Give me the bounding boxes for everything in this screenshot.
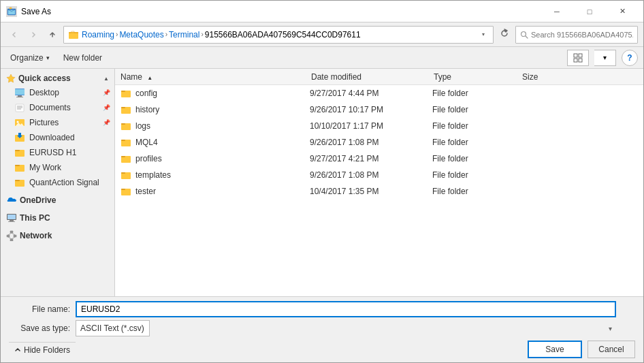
search-bar[interactable]: [515, 26, 638, 44]
svg-rect-43: [121, 91, 125, 92]
svg-rect-1: [8, 10, 15, 14]
svg-rect-49: [121, 140, 125, 141]
table-row[interactable]: MQL4 9/26/2017 1:08 PM File folder: [115, 134, 643, 151]
window-title: Save As: [21, 7, 541, 16]
folder-icon: [120, 88, 131, 99]
svg-rect-34: [10, 231, 13, 233]
file-date: 9/27/2017 4:21 PM: [310, 154, 432, 163]
sidebar-item-pictures[interactable]: Pictures 📌: [1, 115, 114, 130]
savetype-row: Save as type: ASCII Text (*.csv): [9, 320, 635, 336]
svg-rect-14: [18, 95, 22, 97]
filename-input[interactable]: [76, 301, 616, 317]
bottom-bar: File name: Save as type: ASCII Text (*.c…: [1, 296, 643, 362]
file-type: File folder: [432, 170, 521, 180]
documents-pin-icon: 📌: [103, 104, 110, 111]
savetype-wrapper: ASCII Text (*.csv): [76, 320, 616, 336]
file-date: 10/4/2017 1:35 PM: [310, 187, 432, 196]
address-dropdown-button[interactable]: ▾: [478, 27, 489, 42]
svg-rect-47: [121, 123, 125, 125]
forward-button[interactable]: [25, 27, 42, 43]
svg-line-40: [8, 237, 12, 239]
sidebar-item-quantaction-label: QuantAction Signal: [29, 178, 99, 187]
table-row[interactable]: logs 10/10/2017 1:17 PM File folder: [115, 118, 643, 134]
table-row[interactable]: tester 10/4/2017 1:35 PM File folder: [115, 183, 643, 200]
folder-icon: [120, 170, 131, 180]
desktop-pin-icon: 📌: [103, 89, 110, 96]
command-toolbar: Organize ▾ New folder ▾ ?: [1, 47, 643, 69]
quantaction-folder-icon: [14, 177, 25, 188]
save-button[interactable]: Save: [528, 341, 582, 358]
column-size[interactable]: Size: [522, 72, 577, 82]
column-type[interactable]: Type: [434, 72, 522, 82]
new-folder-button[interactable]: New folder: [59, 50, 106, 66]
nav-toolbar: Roaming › MetaQuotes › Terminal › 915566…: [1, 22, 643, 47]
column-name[interactable]: Name ▲: [120, 72, 311, 82]
hide-folders-button[interactable]: Hide Folders: [9, 342, 76, 358]
savetype-select[interactable]: ASCII Text (*.csv): [76, 320, 150, 336]
sidebar-item-documents-label: Documents: [29, 103, 71, 112]
breadcrumb-roaming[interactable]: Roaming: [82, 30, 114, 40]
file-type: File folder: [432, 105, 521, 114]
minimize-button[interactable]: ─: [541, 1, 573, 22]
search-input[interactable]: [531, 31, 633, 39]
sidebar-item-desktop[interactable]: Desktop 📌: [1, 85, 114, 100]
file-list-header: Name ▲ Date modified Type Size: [115, 69, 643, 85]
search-icon: [520, 31, 528, 39]
file-date: 9/26/2017 1:08 PM: [310, 138, 432, 147]
sidebar-item-downloaded[interactable]: Downloaded: [1, 130, 114, 145]
breadcrumb-metaquotes[interactable]: MetaQuotes: [119, 30, 163, 40]
quick-access-icon: [6, 74, 16, 83]
table-row[interactable]: config 9/27/2017 4:44 PM File folder: [115, 85, 643, 101]
quick-access-header[interactable]: Quick access ▲: [1, 72, 114, 85]
documents-icon: [14, 102, 25, 113]
network-header[interactable]: Network: [1, 228, 114, 243]
svg-rect-4: [69, 32, 78, 33]
svg-rect-37: [10, 239, 13, 241]
table-row[interactable]: profiles 9/27/2017 4:21 PM File folder: [115, 151, 643, 167]
network-icon: [6, 230, 17, 241]
view-toggle-button[interactable]: [567, 50, 589, 66]
file-date: 9/26/2017 1:08 PM: [310, 170, 432, 180]
table-row[interactable]: templates 9/26/2017 1:08 PM File folder: [115, 167, 643, 183]
sidebar: Quick access ▲ Desktop 📌: [1, 69, 115, 296]
folder-icon: [120, 104, 131, 115]
onedrive-header[interactable]: OneDrive: [1, 193, 114, 208]
cancel-button[interactable]: Cancel: [587, 341, 635, 358]
svg-rect-10: [579, 59, 582, 62]
folder-icon: [120, 121, 131, 131]
file-date: 9/26/2017 10:17 PM: [310, 105, 432, 114]
file-rows-container: config 9/27/2017 4:44 PM File folder his…: [115, 85, 643, 200]
breadcrumb-current: 915566BA06ADA407569C544CC0D97611: [205, 30, 361, 40]
svg-rect-29: [15, 180, 20, 181]
svg-marker-11: [7, 74, 15, 82]
file-type: File folder: [432, 187, 521, 196]
view-dropdown-button[interactable]: ▾: [594, 50, 616, 66]
sidebar-item-desktop-label: Desktop: [29, 88, 59, 97]
desktop-icon: [14, 87, 25, 98]
sidebar-item-quantaction[interactable]: QuantAction Signal: [1, 175, 114, 190]
breadcrumb-terminal[interactable]: Terminal: [169, 30, 199, 40]
thispc-header[interactable]: This PC: [1, 210, 114, 225]
maximize-button[interactable]: □: [574, 1, 605, 22]
organize-button[interactable]: Organize ▾: [6, 50, 54, 66]
sidebar-item-documents[interactable]: Documents 📌: [1, 100, 114, 115]
sidebar-item-eurusd[interactable]: EURUSD H1: [1, 145, 114, 160]
column-date[interactable]: Date modified: [311, 72, 434, 82]
up-button[interactable]: [44, 27, 61, 43]
svg-point-5: [521, 31, 526, 36]
help-button[interactable]: ?: [622, 50, 638, 66]
back-button[interactable]: [6, 27, 22, 43]
onedrive-icon: [6, 195, 17, 206]
address-bar[interactable]: Roaming › MetaQuotes › Terminal › 915566…: [63, 26, 494, 44]
svg-rect-7: [574, 54, 577, 57]
table-row[interactable]: history 9/26/2017 10:17 PM File folder: [115, 101, 643, 118]
sidebar-item-eurusd-label: EURUSD H1: [29, 148, 76, 157]
refresh-button[interactable]: [496, 27, 513, 43]
sidebar-item-pictures-label: Pictures: [29, 118, 59, 127]
breadcrumb: Roaming › MetaQuotes › Terminal › 915566…: [82, 30, 475, 40]
close-button[interactable]: ✕: [607, 1, 638, 22]
file-name: config: [135, 89, 310, 98]
sidebar-item-mywork[interactable]: My Work: [1, 160, 114, 175]
svg-rect-13: [15, 89, 25, 95]
file-name: templates: [135, 170, 310, 180]
